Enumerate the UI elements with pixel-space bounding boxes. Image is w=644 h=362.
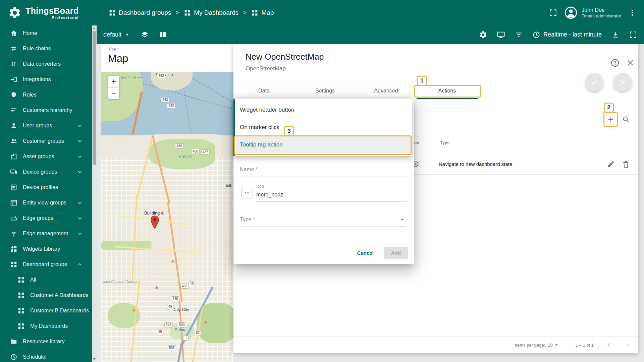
close-config-icon[interactable] xyxy=(626,58,635,67)
dashboard-state-select[interactable]: default xyxy=(103,31,130,38)
sidebar-item-widgets-library[interactable]: Widgets Library xyxy=(0,241,97,257)
sidebar-item-data-converters[interactable]: Data converters xyxy=(0,56,97,72)
menu-item-on-marker-click[interactable]: On marker click xyxy=(235,119,412,136)
entity-aliases-icon[interactable] xyxy=(497,31,505,39)
sidebar-item-edge-groups[interactable]: Edge groups xyxy=(0,210,97,226)
icon-field-label: Icon xyxy=(256,184,264,189)
manage-layouts-icon[interactable] xyxy=(159,31,167,39)
dashboard-settings-icon[interactable] xyxy=(479,31,487,39)
filters-icon[interactable] xyxy=(515,31,523,39)
sidebar-item-customer-groups[interactable]: Customer groups xyxy=(0,133,97,149)
sidebar-item-integrations[interactable]: Integrations xyxy=(0,72,97,87)
entity-view-groups-icon xyxy=(10,199,17,206)
sidebar-item-label: Integrations xyxy=(23,76,91,82)
sidebar-scrollbar[interactable] xyxy=(92,25,97,362)
top-header: ThingsBoard Professional Dashboard group… xyxy=(0,0,644,25)
scroll-down-icon[interactable] xyxy=(93,358,96,360)
next-page-icon[interactable] xyxy=(624,341,631,349)
sidebar-item-home[interactable]: Home xyxy=(0,25,97,41)
menu-item-tooltip-tag-action[interactable]: Tooltip tag action xyxy=(235,136,412,154)
sidebar-item-customer-b-dashboards[interactable]: Customer B Dashboards xyxy=(0,303,97,318)
widget-title-field-label: Title * xyxy=(108,47,227,52)
layouts-icon[interactable] xyxy=(141,31,149,39)
map-label-rin-headlands: rin Headlands xyxy=(121,76,144,80)
timewindow-button[interactable]: Realtime - last minute xyxy=(532,31,602,39)
sidebar-item-device-profiles[interactable]: Device profiles xyxy=(0,180,97,195)
sidebar-item-edge-management[interactable]: Edge management xyxy=(0,226,97,241)
sidebar-item-asset-groups[interactable]: Asset groups xyxy=(0,149,97,164)
add-action-button[interactable] xyxy=(607,115,615,123)
tab-data[interactable]: Data xyxy=(233,83,294,99)
items-per-page-caret-icon[interactable] xyxy=(553,341,560,349)
breadcrumb-separator: > xyxy=(176,9,179,16)
discard-changes-fab[interactable] xyxy=(613,73,632,91)
toolbar-fullscreen-icon[interactable] xyxy=(629,31,637,39)
previous-page-icon[interactable] xyxy=(605,341,612,349)
integrations-icon xyxy=(10,76,17,83)
scroll-up-icon[interactable] xyxy=(93,27,96,29)
sidebar-item-label: Home xyxy=(23,30,91,36)
edit-action-icon[interactable] xyxy=(607,160,615,168)
delete-action-icon[interactable] xyxy=(622,160,630,168)
map-label-438: 438 xyxy=(191,149,200,154)
user-menu[interactable]: John Doe Tenant administrator xyxy=(564,6,621,19)
sidebar-item-customer-a-dashboards[interactable]: Customer A Dashboards xyxy=(0,288,97,303)
breadcrumb: Dashboard groups>My Dashboards>Map xyxy=(109,9,274,16)
help-icon[interactable] xyxy=(610,58,620,67)
apply-changes-fab[interactable] xyxy=(585,73,603,91)
openstreetmap-canvas[interactable]: Sausalitorin HeadlandsPresidioSaBuilding… xyxy=(101,72,233,362)
sidebar-item-rule-chains[interactable]: Rule chains xyxy=(0,41,97,56)
select-icon-button[interactable] xyxy=(241,187,253,198)
map-label-509: 509 xyxy=(178,322,186,327)
map-labels: Sausalitorin HeadlandsPresidioSaBuilding… xyxy=(101,72,233,362)
map-label-daly-city: Daly City xyxy=(172,307,189,312)
type-field-label: Type * xyxy=(240,217,255,223)
sidebar-item-all[interactable]: All xyxy=(0,272,97,288)
brand-logo[interactable]: ThingsBoard Professional xyxy=(0,0,97,25)
sidebar-item-label: Rule chains xyxy=(23,46,91,52)
breadcrumb-item-dashboard-groups[interactable]: Dashboard groups xyxy=(109,9,171,16)
name-input[interactable] xyxy=(240,177,406,177)
sidebar-item-device-groups[interactable]: Device groups xyxy=(0,164,97,180)
sidebar-item-my-dashboards[interactable]: My Dashboards xyxy=(0,318,97,334)
search-actions-icon[interactable] xyxy=(622,115,630,123)
widget-config-title: New OpenStreetMap xyxy=(246,52,324,62)
dashboard-toolbar: default Realtime - last minute xyxy=(97,25,644,44)
tab-advanced[interactable]: Advanced xyxy=(356,83,417,99)
zoom-out-button[interactable]: − xyxy=(108,87,119,99)
breadcrumb-label: My Dashboards xyxy=(194,9,238,16)
sidebar-item-dashboard-groups[interactable]: Dashboard groups xyxy=(0,257,97,272)
cancel-button[interactable]: Cancel xyxy=(351,247,380,259)
breadcrumb-item-map[interactable]: Map xyxy=(251,9,274,16)
type-select-caret-icon[interactable] xyxy=(398,216,406,223)
scrollbar-thumb[interactable] xyxy=(93,31,96,165)
add-button[interactable]: Add xyxy=(384,247,408,259)
menu-item-widget-header-button[interactable]: Widget header button xyxy=(235,101,412,119)
customer-groups-icon xyxy=(10,137,17,145)
fullscreen-icon[interactable] xyxy=(549,8,557,17)
icon-field-value[interactable]: more_horiz xyxy=(256,192,283,198)
asset-groups-icon xyxy=(10,153,17,160)
step-badge-3: 3 xyxy=(284,126,294,136)
breadcrumb-label: Map xyxy=(261,9,274,16)
zoom-in-button[interactable]: + xyxy=(108,76,119,87)
more-menu-icon[interactable] xyxy=(628,8,637,17)
type-select[interactable] xyxy=(240,227,406,227)
items-per-page-label: Items per page: xyxy=(515,343,545,348)
map-label-49: 49 xyxy=(167,304,173,309)
brand-name: ThingsBoard xyxy=(25,6,79,16)
dashboard-icon xyxy=(251,9,258,16)
sidebar-item-label: Asset groups xyxy=(23,154,71,160)
sidebar-item-user-groups[interactable]: User groups xyxy=(0,118,97,133)
items-per-page-value[interactable]: 10 xyxy=(548,343,552,348)
widget-title: Map xyxy=(108,53,227,65)
sidebar-item-roles[interactable]: Roles xyxy=(0,87,97,103)
edge-management-icon xyxy=(10,230,17,237)
sidebar-item-entity-view-groups[interactable]: Entity view groups xyxy=(0,195,97,210)
sidebar-item-scheduler[interactable]: Scheduler xyxy=(0,349,97,362)
tab-settings[interactable]: Settings xyxy=(294,83,356,99)
sidebar-item-customers-hierarchy[interactable]: Customers hierarchy xyxy=(0,103,97,118)
sidebar-item-resources-library[interactable]: Resources library xyxy=(0,334,97,349)
breadcrumb-item-my-dashboards[interactable]: My Dashboards xyxy=(184,9,238,16)
export-dashboard-icon[interactable] xyxy=(611,31,620,39)
